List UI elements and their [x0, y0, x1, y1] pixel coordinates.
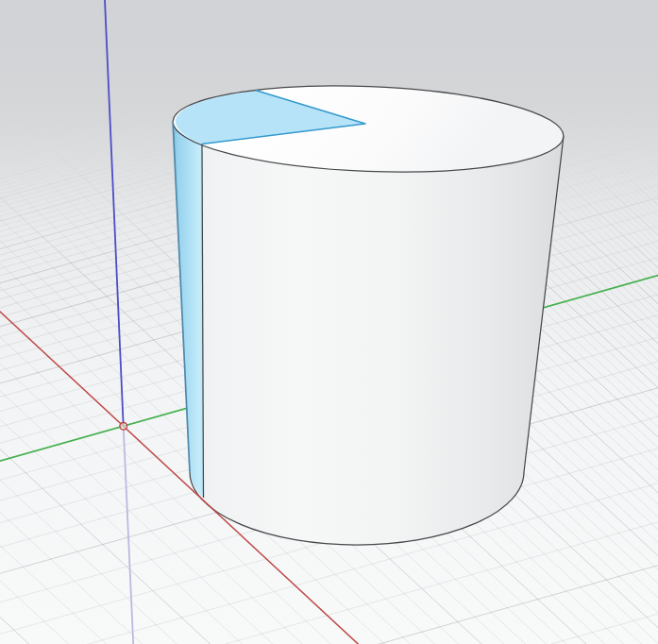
cylinder-body[interactable]	[173, 122, 564, 545]
viewport-3d[interactable]	[0, 0, 658, 644]
scene-svg	[0, 0, 658, 644]
cylinder-object[interactable]	[171, 79, 565, 545]
origin-marker	[120, 423, 127, 431]
